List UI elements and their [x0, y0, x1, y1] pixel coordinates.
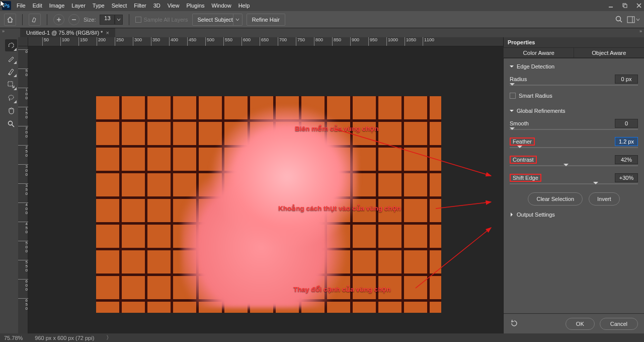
menu-image[interactable]: Image	[46, 0, 68, 11]
status-bar: 75.78% 960 px x 600 px (72 ppi) 〉	[0, 333, 644, 342]
menu-help[interactable]: Help	[235, 0, 254, 11]
size-label: Size:	[84, 17, 96, 23]
zoom-tool[interactable]	[5, 118, 17, 130]
object-aware-tab[interactable]: Object Aware	[574, 47, 645, 58]
object-selection-tool[interactable]	[5, 79, 17, 91]
menu-type[interactable]: Type	[89, 0, 108, 11]
cancel-button[interactable]: Cancel	[600, 318, 638, 330]
home-button[interactable]	[4, 14, 16, 26]
radius-label: Radius	[510, 76, 527, 82]
search-icon[interactable]	[615, 15, 623, 24]
options-bar: Size: 13 Sample All Layers Select Subjec…	[0, 11, 644, 28]
document-canvas[interactable]: Biên mềm của vùng chọn Khoảng cách thụt …	[96, 96, 441, 313]
svg-point-15	[9, 121, 13, 125]
shift-edge-value[interactable]: +30%	[615, 173, 638, 182]
menu-file[interactable]: File	[13, 0, 29, 11]
clear-selection-button[interactable]: Clear Selection	[528, 192, 583, 206]
smart-radius-checkbox[interactable]	[510, 93, 516, 99]
zoom-level[interactable]: 75.78%	[4, 335, 23, 341]
feather-slider[interactable]	[510, 147, 638, 148]
properties-panel: Properties Color Aware Object Aware Edge…	[503, 37, 644, 333]
svg-rect-10	[627, 17, 634, 23]
annotation-mid: Khoảng cách thụt vào của vùng chọn	[278, 204, 401, 212]
status-expand-icon[interactable]: 〉	[106, 334, 112, 341]
svg-point-14	[9, 95, 14, 99]
smart-radius-label: Smart Radius	[519, 93, 552, 99]
svg-rect-2	[624, 5, 627, 8]
svg-rect-13	[8, 82, 13, 86]
panel-title: Properties	[504, 37, 644, 47]
svg-point-8	[616, 16, 621, 21]
smooth-slider[interactable]	[510, 129, 638, 130]
window-controls	[607, 0, 643, 11]
radius-slider[interactable]	[510, 85, 638, 86]
shift-edge-label: Shift Edge	[510, 174, 541, 182]
contrast-slider[interactable]	[510, 165, 638, 166]
brush-size-dropdown[interactable]	[115, 15, 123, 25]
radius-value[interactable]: 0 px	[615, 75, 638, 84]
feather-value[interactable]: 1.2 px	[615, 137, 638, 146]
menu-edit[interactable]: Edit	[29, 0, 46, 11]
contrast-value[interactable]: 42%	[615, 155, 638, 164]
document-title: Untitled-1 @ 75.8% (RGB/8#) *	[26, 30, 103, 36]
menu-select[interactable]: Select	[108, 0, 131, 11]
brush-size-input[interactable]: 13	[100, 15, 115, 25]
svg-line-9	[620, 20, 622, 22]
brush-tool[interactable]	[5, 65, 17, 78]
sample-all-layers-checkbox: Sample All Layers	[135, 17, 188, 23]
output-settings-section[interactable]: Output Settings	[510, 212, 638, 218]
menu-3d[interactable]: 3D	[150, 0, 164, 11]
reset-button[interactable]	[510, 319, 519, 328]
refine-edge-brush-tool[interactable]	[5, 52, 17, 64]
menu-plugins[interactable]: Plugins	[183, 0, 208, 11]
tools-panel	[4, 37, 18, 333]
expand-tools-icon[interactable]: »	[2, 29, 5, 34]
annotation-top: Biên mềm của vùng chọn	[295, 124, 379, 132]
smooth-label: Smooth	[510, 120, 529, 126]
quick-selection-tool[interactable]	[5, 39, 17, 51]
workspace-switcher[interactable]	[627, 16, 640, 23]
ruler-origin[interactable]	[18, 37, 28, 46]
current-tool-thumb[interactable]	[29, 14, 41, 26]
global-refinements-section[interactable]: Global Refinements	[510, 108, 638, 114]
menu-window[interactable]: Window	[208, 0, 235, 11]
hand-tool[interactable]	[5, 105, 17, 117]
select-subject-button[interactable]: Select Subject	[192, 14, 243, 26]
expand-panel-icon[interactable]: »	[639, 29, 642, 34]
close-tab-icon[interactable]: ×	[106, 30, 109, 36]
close-button[interactable]	[635, 2, 643, 10]
contrast-label: Contrast	[510, 156, 537, 164]
svg-line-16	[12, 125, 15, 127]
lasso-tool[interactable]	[5, 92, 17, 104]
annotation-bot: Thay đổi cạnh của vùng chọn	[293, 285, 391, 293]
select-subject-dropdown[interactable]	[233, 14, 242, 25]
refine-hair-button[interactable]: Refine Hair	[247, 14, 285, 26]
feather-label: Feather	[510, 138, 535, 146]
document-tab[interactable]: Untitled-1 @ 75.8% (RGB/8#) * ×	[20, 28, 115, 37]
invert-button[interactable]: Invert	[589, 192, 620, 206]
svg-point-12	[9, 74, 10, 75]
shift-edge-slider[interactable]	[510, 183, 638, 184]
app-logo: Ps	[2, 1, 11, 10]
vertical-ruler[interactable]: 050100150200250300350400450500550600650	[18, 46, 28, 333]
add-to-selection-button[interactable]	[53, 14, 64, 25]
color-aware-tab[interactable]: Color Aware	[503, 47, 575, 58]
maximize-button[interactable]	[621, 2, 629, 10]
menu-bar: Ps FileEditImageLayerTypeSelectFilter3DV…	[0, 0, 644, 11]
aware-mode-tabs: Color Aware Object Aware	[504, 47, 644, 58]
menu-filter[interactable]: Filter	[130, 0, 149, 11]
doc-dimensions: 960 px x 600 px (72 ppi)	[35, 335, 94, 341]
tools-collapse-grip[interactable]	[0, 37, 4, 333]
smooth-value[interactable]: 0	[615, 119, 638, 128]
svg-line-18	[436, 202, 491, 209]
minimize-button[interactable]	[607, 2, 615, 10]
menu-view[interactable]: View	[164, 0, 183, 11]
document-tab-strip: » Untitled-1 @ 75.8% (RGB/8#) * × »	[0, 28, 644, 37]
canvas-area[interactable]: 5010015020025030035040045050055060065070…	[18, 37, 503, 333]
horizontal-ruler[interactable]: 5010015020025030035040045050055060065070…	[28, 37, 503, 46]
panel-footer: OK Cancel	[504, 313, 644, 333]
edge-detection-section[interactable]: Edge Detection	[510, 63, 638, 70]
ok-button[interactable]: OK	[566, 318, 595, 330]
menu-layer[interactable]: Layer	[68, 0, 89, 11]
subtract-from-selection-button[interactable]	[68, 14, 79, 25]
